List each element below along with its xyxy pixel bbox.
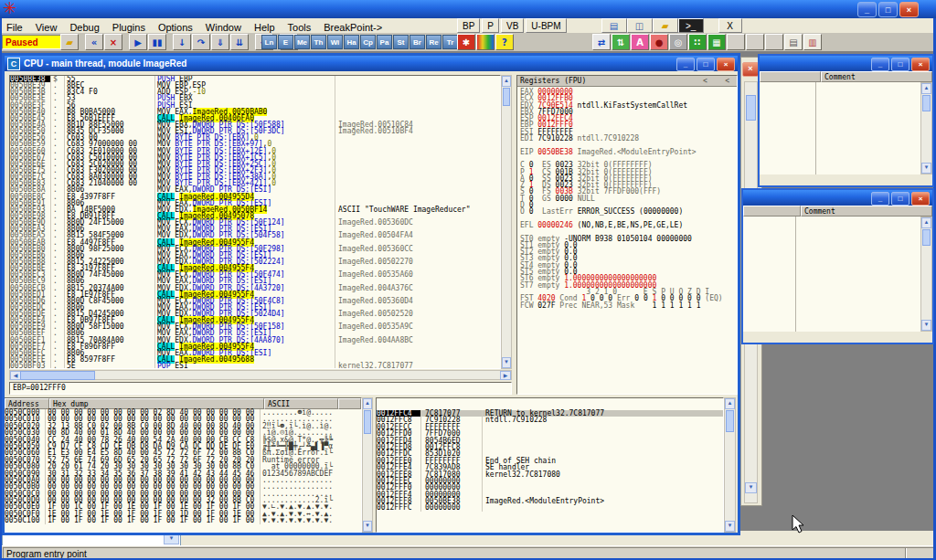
- updown-icon[interactable]: ⇅: [612, 34, 630, 50]
- animate-into-icon[interactable]: ⇓: [211, 34, 229, 50]
- folder-icon[interactable]: ▰: [653, 18, 678, 33]
- pause-icon[interactable]: ▮▮: [148, 34, 166, 50]
- dump-pane[interactable]: Address Hex dump ASCII 0050C00000 00 00 …: [5, 397, 362, 533]
- patch-icon[interactable]: ∷: [688, 34, 707, 50]
- menu-button-p[interactable]: P: [482, 18, 499, 33]
- maximize-button[interactable]: □: [891, 192, 909, 206]
- pane-button-re[interactable]: Re: [426, 35, 441, 49]
- pane-button-ha[interactable]: Ha: [344, 35, 359, 49]
- cpu-titlebar[interactable]: C CPU - main thread, module ImageRed _ □…: [5, 56, 738, 71]
- trace-icon[interactable]: ◎: [669, 34, 687, 50]
- register-line[interactable]: FCW 027F Prec NEAR,53 Mask 1 1 1 1 1 1: [520, 302, 737, 309]
- scroll-up-icon[interactable]: ▲: [921, 83, 931, 94]
- scroll-down-icon[interactable]: ▼: [745, 482, 757, 493]
- scroll-up-icon[interactable]: ▲: [363, 398, 372, 409]
- close-program-icon[interactable]: ×: [104, 34, 122, 50]
- comment-column-header[interactable]: Comment: [801, 206, 932, 217]
- app-titlebar[interactable]: ✳ _ □ ×: [0, 0, 936, 18]
- swap-panes-icon[interactable]: ⇄: [592, 34, 611, 50]
- cpu-maximize-button[interactable]: □: [697, 58, 715, 71]
- toolbar-close-icon[interactable]: X: [718, 18, 742, 33]
- stack-row[interactable]: 0012FFFC00000000: [377, 504, 723, 511]
- disasm-row[interactable]: 0050BE3E.53PUSH EBX: [10, 95, 500, 101]
- scroll-right-icon[interactable]: ▶: [500, 371, 511, 380]
- disassembly-scrollbar[interactable]: ▲ ▼: [501, 75, 512, 369]
- pane-button-tr[interactable]: Tr: [442, 35, 458, 49]
- scroll-down-icon[interactable]: ▼: [921, 320, 931, 331]
- scroll-down-icon[interactable]: ▼: [921, 163, 931, 174]
- scroll-down-icon[interactable]: ▼: [725, 521, 735, 532]
- pane-button-e[interactable]: E: [278, 35, 293, 49]
- assemble-icon[interactable]: A: [631, 34, 649, 50]
- scroll-up-icon[interactable]: ▲: [725, 398, 735, 409]
- menu-item-window[interactable]: Window: [199, 21, 248, 34]
- scroll-up-icon[interactable]: ▲: [502, 76, 511, 87]
- register-line[interactable]: O 0 LastErr ERROR_SUCCESS (00000000): [520, 208, 737, 215]
- minimize-button[interactable]: _: [871, 192, 889, 206]
- comment-column-header[interactable]: Comment: [821, 71, 932, 82]
- register-line[interactable]: T 0 GS 0000 NULL: [520, 195, 737, 202]
- pane-button-cp[interactable]: Cp: [360, 35, 376, 49]
- menu-item-tools[interactable]: Tools: [282, 21, 318, 34]
- menu-button-bp[interactable]: BP: [457, 18, 480, 33]
- pane-button-th[interactable]: Th: [311, 35, 326, 49]
- disasm-row[interactable]: 0050BF03.5EPOP ESIkernel32.7C817077: [10, 363, 500, 369]
- registers-header-arrows[interactable]: < <: [703, 77, 729, 85]
- empty-button[interactable]: [746, 34, 764, 50]
- menu-item-plugins[interactable]: Plugins: [106, 21, 152, 34]
- close-button[interactable]: ×: [911, 58, 930, 71]
- maximize-button[interactable]: □: [891, 58, 909, 71]
- close-button[interactable]: ×: [911, 192, 930, 206]
- comment-window-top-titlebar[interactable]: _ □ ×: [760, 56, 932, 71]
- cpu-close-button[interactable]: ×: [717, 58, 735, 71]
- dump-row[interactable]: 0050C1001F 00 1F 00 1F 00 1F 00 1F 00 1F…: [5, 517, 361, 523]
- disasm-row[interactable]: 0050BE3B.83C4 F0ADD ESP,-10: [10, 89, 500, 95]
- tiles-icon[interactable]: ▦: [707, 34, 726, 50]
- menu-item-view[interactable]: View: [29, 21, 64, 34]
- scroll-down-icon[interactable]: ▼: [363, 521, 372, 532]
- registers-header[interactable]: Registers (FPU) < <: [517, 76, 737, 87]
- notepad-icon[interactable]: ▤: [601, 18, 627, 33]
- help-icon[interactable]: ?: [495, 34, 514, 50]
- pane-button-br[interactable]: Br: [410, 35, 425, 49]
- log-icon[interactable]: ▤: [784, 34, 803, 50]
- open-file-icon[interactable]: ▰: [60, 34, 79, 50]
- menu-item-options[interactable]: Options: [152, 21, 199, 34]
- empty-button[interactable]: [765, 34, 783, 50]
- minimize-button[interactable]: _: [871, 58, 889, 71]
- minimize-button[interactable]: _: [857, 2, 877, 17]
- disassembly-hscrollbar[interactable]: ◀ ▶: [9, 370, 512, 380]
- register-line[interactable]: EIP 0050BE38 ImageRed.<ModuleEntryPoint>: [520, 149, 737, 155]
- pane-button-me[interactable]: Me: [294, 35, 310, 49]
- scrollbar[interactable]: ▲ ▼: [920, 82, 932, 174]
- comment-window-middle-titlebar[interactable]: _ □ ×: [743, 190, 932, 206]
- close-icon[interactable]: ×: [742, 62, 759, 77]
- scroll-up-icon[interactable]: ▲: [921, 217, 931, 228]
- cpu-minimize-button[interactable]: _: [676, 58, 695, 71]
- stack-scrollbar[interactable]: ▲ ▼: [724, 397, 736, 533]
- pane-button-pa[interactable]: Pa: [377, 35, 392, 49]
- breakpoint-icon[interactable]: ●: [650, 34, 668, 50]
- options-gear-icon[interactable]: ✱: [457, 34, 475, 50]
- console-icon[interactable]: >_: [678, 18, 704, 33]
- dump-scrollbar[interactable]: ▲ ▼: [362, 397, 373, 533]
- scrollbar[interactable]: ▲ ▼: [920, 217, 932, 332]
- calculator-icon[interactable]: ◫: [627, 18, 653, 33]
- menu-item-breakpoint[interactable]: BreakPoint->: [317, 21, 388, 34]
- notes-icon[interactable]: ▥: [803, 34, 822, 50]
- menu-item-help[interactable]: Help: [248, 21, 282, 34]
- pane-button-st[interactable]: St: [393, 35, 409, 49]
- appearance-icon[interactable]: [476, 34, 495, 50]
- register-line[interactable]: EDI 7C910228 ntdll.7C910228: [520, 135, 737, 142]
- menu-item-file[interactable]: File: [0, 21, 29, 34]
- restore-button[interactable]: □: [878, 2, 898, 17]
- step-into-icon[interactable]: ↓: [173, 34, 191, 50]
- disasm-row[interactable]: 0050BEFE.E8 8597F8FFCALL ImageRed.004956…: [10, 356, 500, 363]
- register-line[interactable]: EFL 00000246 (NO,NB,E,BE,NS,PE,GE,LE): [520, 222, 737, 228]
- animate-over-icon[interactable]: ⇊: [230, 34, 249, 50]
- menu-button-vb[interactable]: VB: [501, 18, 524, 33]
- pane-button-ln[interactable]: Ln: [261, 35, 277, 49]
- menu-item-debug[interactable]: Debug: [63, 21, 105, 34]
- stack-pane[interactable]: 0012FFC47C817077RETURN to kernel32.7C817…: [376, 397, 724, 533]
- scroll-down-icon[interactable]: ▼: [502, 357, 511, 368]
